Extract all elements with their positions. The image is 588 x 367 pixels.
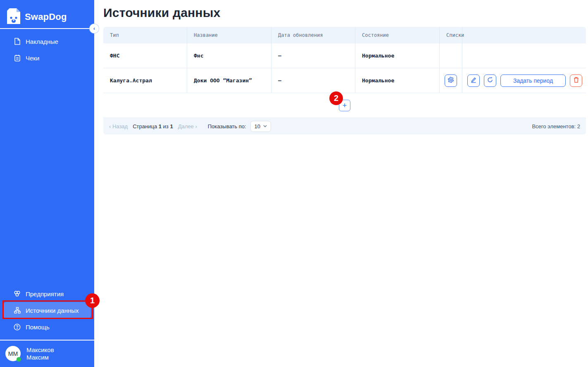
table-footer: ‹ Назад Страница 1 из 1 Далее › Показыва… xyxy=(103,118,586,134)
set-period-button[interactable]: Задать период xyxy=(500,74,566,87)
sidebar: SwapDog Накладные Чеки xyxy=(0,0,94,367)
sidebar-item-label: Предприятия xyxy=(26,290,64,297)
avatar-initials: ММ xyxy=(8,350,18,357)
per-page-value: 10 xyxy=(255,123,260,130)
user-profile[interactable]: ММ Максиков Максим xyxy=(0,340,94,367)
cell-lists xyxy=(440,68,462,93)
table-row: Калуга.Астрал Доки ООО “Магазин” – Норма… xyxy=(103,68,586,93)
cell-actions xyxy=(462,43,586,68)
sidebar-nav-top: Накладные Чеки xyxy=(0,33,94,66)
sidebar-nav-bottom: Предприятия Источники данных xyxy=(0,285,94,335)
add-source-button[interactable]: + xyxy=(339,100,350,111)
total-elements-label: Всего элементов: 2 xyxy=(532,123,580,130)
refresh-icon xyxy=(487,77,493,84)
pagination-page-indicator: Страница 1 из 1 xyxy=(133,123,173,130)
refresh-button[interactable] xyxy=(484,74,496,87)
pagination-of: из xyxy=(163,123,169,130)
cell-state: Нормальное xyxy=(355,43,440,68)
column-header-updated: Дата обновления xyxy=(271,27,355,43)
list-settings-button[interactable] xyxy=(445,74,457,87)
column-header-type: Тип xyxy=(103,27,187,43)
help-icon xyxy=(14,324,21,331)
groups-icon xyxy=(14,290,21,297)
cell-updated: – xyxy=(271,43,355,68)
receipt-icon xyxy=(14,55,21,62)
sidebar-collapse-button[interactable]: ‹ xyxy=(90,24,99,33)
column-header-lists: Списки xyxy=(440,27,462,43)
pagination-prefix: Страница xyxy=(133,123,157,130)
column-header-state: Состояние xyxy=(355,27,440,43)
avatar: ММ xyxy=(5,346,21,361)
column-header-name: Название xyxy=(187,27,271,43)
table-add-row: + 2 xyxy=(103,93,586,118)
delete-button[interactable] xyxy=(570,74,582,87)
sidebar-item-invoices[interactable]: Накладные xyxy=(3,33,91,50)
document-icon xyxy=(14,38,21,45)
edit-button[interactable] xyxy=(467,74,480,87)
cell-name: Фнс xyxy=(187,43,271,68)
chevron-down-icon xyxy=(263,125,267,127)
plus-icon: + xyxy=(343,102,347,109)
sidebar-item-label: Источники данных xyxy=(26,307,79,314)
cell-updated: – xyxy=(271,68,355,93)
sidebar-item-enterprises[interactable]: Предприятия xyxy=(3,285,91,302)
cell-type: ФНС xyxy=(103,43,187,68)
pagination-current-page: 1 xyxy=(159,123,162,130)
user-name: Максиков Максим xyxy=(26,346,54,361)
pencil-icon xyxy=(470,77,477,84)
sidebar-divider xyxy=(0,28,94,29)
trash-icon xyxy=(573,77,579,84)
sidebar-item-receipts[interactable]: Чеки xyxy=(3,50,91,66)
per-page-label: Показывать по: xyxy=(208,123,246,130)
cell-state: Нормальное xyxy=(355,68,440,93)
app-root: SwapDog Накладные Чеки xyxy=(0,0,588,367)
app-title: SwapDog xyxy=(25,12,67,22)
table-row: ФНС Фнс – Нормальное xyxy=(103,43,586,68)
swapdog-logo-icon xyxy=(7,8,21,26)
user-last-name: Максиков xyxy=(26,346,54,353)
sidebar-item-data-sources[interactable]: Источники данных xyxy=(3,302,91,319)
sidebar-item-label: Помощь xyxy=(26,324,50,331)
column-header-actions xyxy=(462,27,586,43)
table-header-row: Тип Название Дата обновления Состояние С… xyxy=(103,27,586,43)
logo: SwapDog xyxy=(0,0,94,28)
online-status-dot xyxy=(17,357,21,362)
main-content: Источники данных Тип Название Дата обнов… xyxy=(94,0,588,367)
pagination-total-pages: 1 xyxy=(170,123,173,130)
pagination-next-button[interactable]: Далее › xyxy=(178,123,197,130)
per-page-select[interactable]: 10 xyxy=(250,121,271,132)
chevron-left-icon: ‹ xyxy=(93,26,95,31)
cell-actions: Задать период xyxy=(462,68,587,93)
cell-type: Калуга.Астрал xyxy=(103,68,187,93)
gear-icon xyxy=(448,77,454,84)
sidebar-item-label: Чеки xyxy=(26,55,39,62)
sitemap-icon xyxy=(14,307,21,314)
sidebar-item-help[interactable]: Помощь xyxy=(3,319,91,335)
cell-lists xyxy=(440,43,462,68)
cell-name: Доки ООО “Магазин” xyxy=(187,68,271,93)
user-first-name: Максим xyxy=(26,354,49,361)
add-source-wrap: + 2 xyxy=(339,100,350,111)
pagination-back-button[interactable]: ‹ Назад xyxy=(109,123,128,130)
sidebar-item-label: Накладные xyxy=(26,38,58,45)
data-sources-table: Тип Название Дата обновления Состояние С… xyxy=(103,27,586,134)
page-title: Источники данных xyxy=(103,6,586,20)
